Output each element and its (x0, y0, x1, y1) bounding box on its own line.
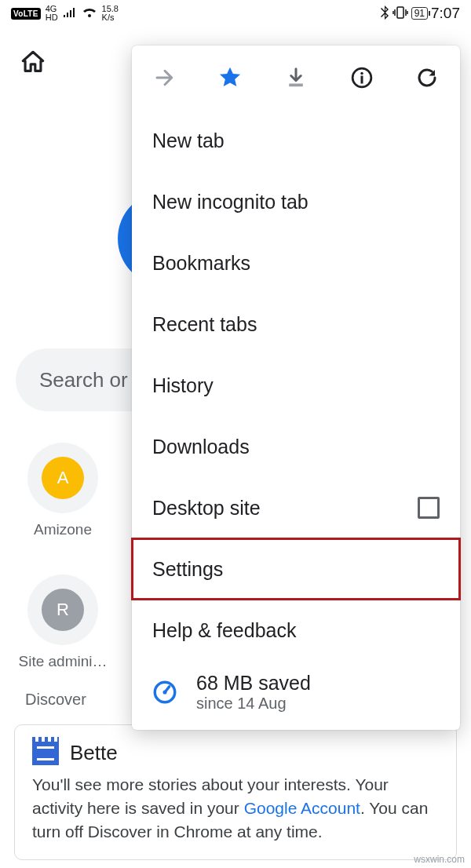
network-indicator: 4GHD (46, 5, 58, 22)
shortcut-amizone[interactable]: A Amizone (8, 443, 118, 538)
menu-recent-tabs[interactable]: Recent tabs (132, 294, 460, 355)
menu-data-saver[interactable]: 68 MB saved since 14 Aug (132, 661, 460, 724)
bluetooth-icon (380, 5, 389, 22)
desktop-site-checkbox[interactable] (418, 497, 440, 519)
overflow-menu: New tab New incognito tab Bookmarks Rece… (132, 46, 460, 730)
status-bar: VoLTE 4GHD 15.8K/s 91 7:07 (0, 0, 471, 27)
menu-settings[interactable]: Settings (132, 538, 460, 600)
menu-new-tab[interactable]: New tab (132, 110, 460, 171)
data-saved-amount: 68 MB saved (196, 672, 311, 695)
watermark: wsxwin.com (414, 854, 465, 865)
svg-rect-4 (360, 76, 363, 84)
signal-icon (63, 7, 77, 20)
svg-point-6 (162, 690, 166, 694)
battery-indicator: 91 (411, 7, 428, 20)
menu-help-feedback[interactable]: Help & feedback (132, 600, 460, 661)
svg-rect-0 (397, 7, 403, 18)
bookmark-star-icon[interactable] (214, 62, 246, 93)
refresh-icon[interactable] (411, 62, 443, 93)
menu-bookmarks[interactable]: Bookmarks (132, 232, 460, 294)
forward-icon[interactable] (149, 62, 181, 93)
data-saved-since: since 14 Aug (196, 695, 311, 713)
info-icon[interactable] (346, 62, 378, 93)
shortcut-label: Amizone (34, 521, 92, 538)
shortcut-letter: A (42, 457, 84, 499)
shortcut-letter: R (42, 589, 84, 631)
data-saver-icon (149, 677, 181, 708)
speed-indicator: 15.8K/s (102, 5, 119, 22)
vibrate-icon (392, 6, 408, 21)
home-icon[interactable] (8, 37, 58, 87)
google-account-link[interactable]: Google Account (244, 799, 360, 817)
card-body: You'll see more stories about your inter… (32, 773, 439, 844)
wifi-icon (82, 7, 97, 20)
menu-new-incognito-tab[interactable]: New incognito tab (132, 171, 460, 232)
shortcut-site-admin[interactable]: R Site admini… (8, 574, 118, 670)
shortcut-label: Site admini… (19, 653, 108, 670)
menu-desktop-site[interactable]: Desktop site (132, 477, 460, 538)
card-title: Bette (70, 741, 118, 765)
menu-history[interactable]: History (132, 355, 460, 416)
search-placeholder: Search or (39, 368, 128, 392)
news-icon (32, 742, 59, 765)
volte-indicator: VoLTE (11, 8, 41, 20)
clock: 7:07 (431, 5, 460, 22)
discover-card[interactable]: Bette You'll see more stories about your… (14, 724, 457, 860)
download-icon[interactable] (280, 62, 312, 93)
menu-downloads[interactable]: Downloads (132, 416, 460, 477)
svg-rect-1 (289, 84, 303, 87)
svg-point-3 (360, 72, 363, 75)
